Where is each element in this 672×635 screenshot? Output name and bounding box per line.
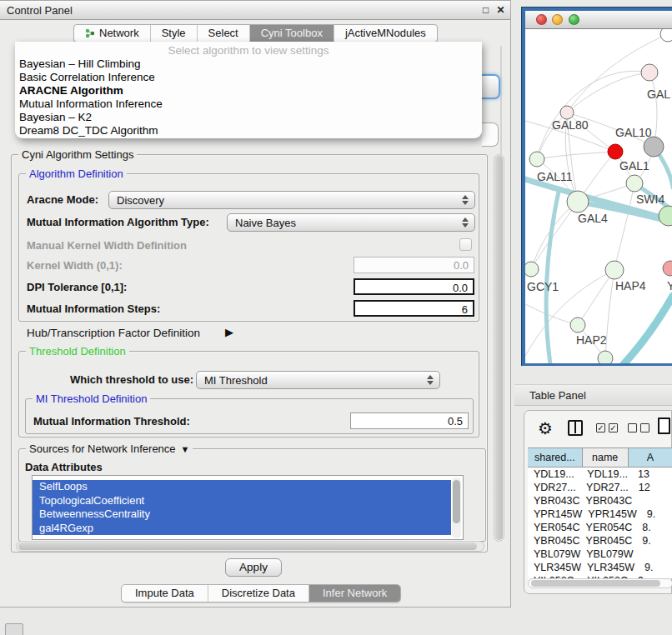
control-panel-titlebar[interactable]: Control Panel □ ✕ bbox=[0, 1, 510, 20]
table-cell[interactable]: YBL079W bbox=[528, 548, 580, 561]
algorithm-option[interactable]: Mutual Information Inference bbox=[15, 98, 482, 111]
table-row[interactable]: YBR043CYBR043C bbox=[528, 494, 672, 508]
table-cell[interactable]: YDL19... bbox=[528, 468, 581, 481]
table-cell[interactable]: 9. bbox=[637, 508, 672, 521]
table-cell[interactable]: 13 bbox=[628, 468, 672, 481]
table-cell[interactable]: 9. bbox=[632, 534, 672, 548]
network-edge[interactable] bbox=[537, 71, 649, 159]
tab-network[interactable]: Network bbox=[74, 25, 151, 42]
network-edge[interactable] bbox=[525, 304, 578, 325]
close-traffic-light-icon[interactable] bbox=[536, 14, 547, 25]
table-cell[interactable]: YBR045C bbox=[580, 534, 633, 548]
table-cell[interactable]: YDL19... bbox=[581, 468, 628, 481]
network-edge-highlighted[interactable] bbox=[546, 192, 559, 363]
network-edge[interactable] bbox=[578, 270, 614, 325]
algorithm-option[interactable]: Bayesian – Hill Climbing bbox=[15, 58, 482, 71]
column-header-name[interactable]: name bbox=[582, 448, 629, 467]
algorithm-option[interactable]: Bayesian – K2 bbox=[15, 111, 482, 124]
table-cell[interactable]: YER054C bbox=[528, 521, 580, 534]
table-cell[interactable] bbox=[634, 548, 672, 561]
table-row[interactable]: YBL079WYBL079W bbox=[528, 548, 672, 561]
tab-select[interactable]: Select bbox=[198, 25, 250, 42]
deselect-all-columns-icon[interactable] bbox=[628, 423, 649, 432]
tab-cyni-toolbox[interactable]: Cyni Toolbox bbox=[250, 25, 334, 42]
table-cell[interactable]: YBL079W bbox=[580, 548, 633, 561]
column-header-clipped[interactable]: A bbox=[628, 448, 672, 467]
table-cell[interactable]: YPR145W bbox=[528, 508, 582, 521]
vertical-scrollbar-thumb[interactable] bbox=[495, 156, 503, 540]
table-row[interactable]: YLR345WYLR345W9. bbox=[528, 561, 672, 574]
table-cell[interactable]: 12 bbox=[629, 481, 672, 494]
network-edge[interactable] bbox=[567, 72, 649, 112]
network-node[interactable] bbox=[659, 206, 672, 226]
network-node[interactable] bbox=[663, 261, 672, 276]
float-window-icon[interactable]: □ bbox=[479, 4, 492, 17]
network-edge-highlighted[interactable] bbox=[624, 296, 672, 363]
gear-icon[interactable]: ⚙ bbox=[538, 418, 553, 438]
expander-arrow-icon[interactable]: ▶ bbox=[225, 326, 233, 338]
tab-jactivemnodules[interactable]: jActiveMNodules bbox=[334, 25, 437, 42]
select-all-columns-icon[interactable]: ✓ ✓ bbox=[596, 423, 618, 432]
algorithm-option[interactable]: ARACNE Algorithm bbox=[15, 84, 482, 98]
tab-impute-data[interactable]: Impute Data bbox=[122, 585, 208, 602]
list-scrollbar[interactable] bbox=[452, 478, 461, 538]
network-node[interactable] bbox=[570, 318, 585, 332]
tab-discretize-data[interactable]: Discretize Data bbox=[208, 585, 309, 602]
kernel-width-input[interactable]: 0.0 bbox=[354, 257, 474, 273]
network-node[interactable] bbox=[567, 191, 589, 212]
table-cell[interactable]: YBR043C bbox=[580, 494, 633, 508]
algorithm-option[interactable]: Dream8 DC_TDC Algorithm bbox=[15, 124, 482, 138]
network-node[interactable] bbox=[644, 137, 664, 157]
zoom-traffic-light-icon[interactable] bbox=[569, 14, 579, 25]
settings-vertical-scrollbar[interactable] bbox=[494, 154, 504, 542]
table-cell[interactable]: YDR27... bbox=[580, 481, 629, 494]
table-cell[interactable]: 9. bbox=[634, 561, 672, 574]
horizontal-scrollbar-thumb[interactable] bbox=[18, 542, 477, 550]
data-attributes-listbox[interactable]: SelfLoopsTopologicalCoefficientBetweenne… bbox=[32, 475, 464, 540]
tab-infer-network[interactable]: Infer Network bbox=[309, 585, 400, 602]
list-scrollbar-thumb[interactable] bbox=[453, 480, 460, 523]
network-node[interactable] bbox=[641, 64, 658, 81]
apply-button[interactable]: Apply bbox=[225, 558, 282, 577]
dpi-tolerance-input[interactable]: 0.0 bbox=[354, 278, 474, 295]
network-node[interactable] bbox=[626, 175, 643, 192]
minimize-traffic-light-icon[interactable] bbox=[552, 14, 563, 25]
table-cell[interactable]: YER054C bbox=[580, 521, 633, 534]
network-node[interactable] bbox=[660, 29, 672, 42]
table-cell[interactable]: 8. bbox=[632, 521, 672, 534]
attribute-list-item[interactable]: SelfLoops bbox=[33, 480, 451, 494]
network-node[interactable] bbox=[560, 106, 574, 119]
mi-steps-input[interactable]: 6 bbox=[354, 300, 474, 317]
which-threshold-combobox[interactable]: MI Threshold bbox=[196, 371, 440, 389]
settings-horizontal-scrollbar[interactable] bbox=[16, 541, 484, 552]
columns-icon[interactable] bbox=[568, 420, 583, 436]
dock-mini-icon[interactable] bbox=[5, 623, 23, 635]
table-row[interactable]: YER054CYER054C8. bbox=[528, 521, 672, 534]
covered-network-combobox[interactable] bbox=[482, 122, 499, 147]
network-node[interactable] bbox=[525, 262, 539, 277]
network-node[interactable] bbox=[608, 144, 623, 159]
table-row[interactable]: YDR27...YDR27...12 bbox=[528, 481, 672, 494]
network-node[interactable] bbox=[529, 152, 544, 167]
table-horizontal-scrollbar[interactable] bbox=[528, 578, 672, 588]
table-row[interactable]: YBR045CYBR045C9. bbox=[528, 534, 672, 548]
covered-algorithm-combobox-focused[interactable] bbox=[482, 74, 500, 99]
network-edge[interactable] bbox=[614, 183, 634, 270]
table-row[interactable]: YDL19...YDL19...13 bbox=[528, 468, 672, 481]
table-cell[interactable]: YLR345W bbox=[528, 561, 581, 574]
network-node[interactable] bbox=[605, 261, 624, 279]
table-cell[interactable]: YBR043C bbox=[528, 494, 580, 508]
document-icon[interactable] bbox=[658, 418, 670, 434]
table-cell[interactable]: YDR27... bbox=[528, 481, 580, 494]
network-edge[interactable] bbox=[605, 270, 614, 358]
table-scrollbar-thumb[interactable] bbox=[531, 580, 660, 587]
table-row[interactable]: YPR145WYPR145W9. bbox=[528, 508, 672, 521]
tab-style[interactable]: Style bbox=[151, 25, 198, 42]
algorithm-option[interactable]: Basic Correlation Inference bbox=[15, 71, 482, 84]
table-cell[interactable]: YLR345W bbox=[581, 561, 634, 574]
attribute-list-item[interactable]: TopologicalCoefficient bbox=[33, 494, 451, 508]
table-cell[interactable] bbox=[632, 494, 672, 508]
aracne-mode-combobox[interactable]: Discovery bbox=[108, 191, 475, 209]
mi-threshold-input[interactable]: 0.5 bbox=[350, 412, 469, 429]
manual-kernel-width-checkbox[interactable] bbox=[459, 238, 472, 251]
